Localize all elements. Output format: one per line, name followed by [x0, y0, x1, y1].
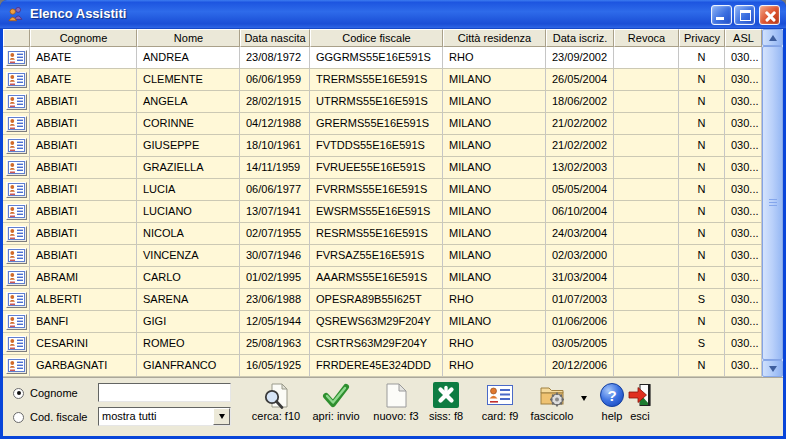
- radio-cognome-icon[interactable]: [13, 388, 24, 399]
- patient-card-icon[interactable]: [6, 138, 27, 154]
- table-row[interactable]: ALBERTISARENA23/06/1988OPESRA89B55I625TR…: [3, 289, 783, 311]
- patient-card-icon[interactable]: [6, 160, 27, 176]
- table-row[interactable]: ABATECLEMENTE06/06/1959TRERMS55E16E591SM…: [3, 69, 783, 91]
- table-row[interactable]: ABBIATIVINCENZA30/07/1946FVRSAZ55E16E591…: [3, 245, 783, 267]
- row-icon-cell: [3, 157, 30, 178]
- scroll-down-button[interactable]: [762, 360, 783, 377]
- esci-button[interactable]: esci: [620, 381, 660, 422]
- scroll-up-button[interactable]: [762, 29, 783, 46]
- cell: 18/06/2002: [546, 91, 614, 112]
- button-label: nuovo: f3: [373, 410, 418, 422]
- patient-card-icon[interactable]: [6, 116, 27, 132]
- patient-card-icon[interactable]: [6, 270, 27, 286]
- cell: VINCENZA: [137, 245, 240, 266]
- cell: RHO: [443, 47, 546, 68]
- cell: SARENA: [137, 289, 240, 310]
- button-label: card: f9: [482, 410, 519, 422]
- cerca-button[interactable]: cerca: f10: [244, 381, 308, 422]
- column-header-nome[interactable]: Nome: [137, 29, 240, 47]
- fascicolo-button[interactable]: fascicolo: [520, 381, 584, 422]
- cell: FRRDERE45E324DDD: [310, 355, 443, 376]
- column-header-codice-fiscale[interactable]: Codice fiscale: [310, 29, 443, 47]
- patient-card-icon[interactable]: [6, 292, 27, 308]
- search-input[interactable]: [98, 383, 231, 402]
- row-icon-cell: [3, 179, 30, 200]
- cell: ABBIATI: [30, 157, 137, 178]
- cell: 01/02/1995: [240, 267, 310, 288]
- new-document-icon: [384, 381, 408, 409]
- cell: RESRMS55E16E591S: [310, 223, 443, 244]
- search-page-icon: [263, 381, 289, 409]
- cell: MILANO: [443, 201, 546, 222]
- table-row[interactable]: ABBIATICORINNE04/12/1988GRERMS55E16E591S…: [3, 113, 783, 135]
- column-header-data-iscriz[interactable]: Data iscriz.: [546, 29, 614, 47]
- table-row[interactable]: CESARINIROMEO25/08/1963CSRTRS63M29F204YR…: [3, 333, 783, 355]
- cell: MILANO: [443, 223, 546, 244]
- cell: GRAZIELLA: [137, 157, 240, 178]
- cell: 03/05/2005: [546, 333, 614, 354]
- filter-selected-value: mostra tutti: [99, 408, 213, 425]
- cell: N: [679, 179, 725, 200]
- table-row[interactable]: ABBIATINICOLA02/07/1955RESRMS55E16E591SM…: [3, 223, 783, 245]
- cell: BANFI: [30, 311, 137, 332]
- column-header-cognome[interactable]: Cognome: [30, 29, 137, 47]
- cell: OPESRA89B55I625T: [310, 289, 443, 310]
- table-row[interactable]: ABATEANDREA23/08/1972GGGRMS55E16E591SRHO…: [3, 47, 783, 69]
- cell: N: [679, 201, 725, 222]
- column-header-revoca[interactable]: Revoca: [614, 29, 679, 47]
- apri-button[interactable]: apri: invio: [304, 381, 368, 422]
- table-row[interactable]: BANFIGIGI12/05/1944QSREWS63M29F204YMILAN…: [3, 311, 783, 333]
- cell: MILANO: [443, 69, 546, 90]
- titlebar[interactable]: Elenco Assistiti: [0, 0, 786, 29]
- cell: FVRUEE55E16E591S: [310, 157, 443, 178]
- cell: 30/07/1946: [240, 245, 310, 266]
- radio-cognome[interactable]: Cognome: [13, 383, 87, 403]
- cell: 12/05/1944: [240, 311, 310, 332]
- patient-card-icon[interactable]: [6, 204, 27, 220]
- table-row[interactable]: ABBIATIGIUSEPPE18/10/1961FVTDDS55E16E591…: [3, 135, 783, 157]
- column-header-citt-residenza[interactable]: Città residenza: [443, 29, 546, 47]
- table-row[interactable]: ABBIATIGRAZIELLA14/11/1959FVRUEE55E16E59…: [3, 157, 783, 179]
- table-row[interactable]: GARBAGNATIGIANFRANCO16/05/1925FRRDERE45E…: [3, 355, 783, 377]
- row-icon-cell: [3, 245, 30, 266]
- cell: NICOLA: [137, 223, 240, 244]
- maximize-button[interactable]: [734, 5, 755, 25]
- patient-card-icon[interactable]: [6, 50, 27, 66]
- row-icon-cell: [3, 69, 30, 90]
- patient-card-icon[interactable]: [6, 248, 27, 264]
- cell: MILANO: [443, 91, 546, 112]
- vertical-scrollbar[interactable]: [762, 29, 783, 377]
- cell: 030...: [725, 355, 762, 376]
- cell: [614, 333, 679, 354]
- table-row[interactable]: ABRAMICARLO01/02/1995AAARMS55E16E591SMIL…: [3, 267, 783, 289]
- table-row[interactable]: ABBIATIANGELA28/02/1915UTRRMS55E16E591SM…: [3, 91, 783, 113]
- button-label: apri: invio: [312, 410, 359, 422]
- column-header-asl[interactable]: ASL: [725, 29, 762, 47]
- combo-arrow-button[interactable]: [213, 408, 230, 425]
- close-button[interactable]: [759, 5, 780, 25]
- column-header-data-nascita[interactable]: Data nascita: [240, 29, 310, 47]
- scrollbar-thumb[interactable]: [762, 46, 783, 360]
- patient-card-icon[interactable]: [6, 358, 27, 374]
- cell: ABBIATI: [30, 91, 137, 112]
- patient-card-icon[interactable]: [6, 314, 27, 330]
- minimize-button[interactable]: [711, 5, 732, 25]
- column-header-privacy[interactable]: Privacy: [679, 29, 725, 47]
- cell: 31/03/2004: [546, 267, 614, 288]
- patient-card-icon[interactable]: [6, 226, 27, 242]
- fascicolo-dropdown-arrow[interactable]: [581, 396, 587, 401]
- patient-card-icon[interactable]: [6, 182, 27, 198]
- patient-card-icon[interactable]: [6, 72, 27, 88]
- table-row[interactable]: ABBIATILUCIA06/06/1977FVRRMS55E16E591SMI…: [3, 179, 783, 201]
- patient-card-icon[interactable]: [6, 94, 27, 110]
- table-row[interactable]: ABBIATILUCIANO13/07/1941EWSRMS55E16E591S…: [3, 201, 783, 223]
- radio-cod-fiscale[interactable]: Cod. fiscale: [13, 407, 87, 427]
- filter-select[interactable]: mostra tutti: [98, 407, 231, 426]
- cell: [614, 245, 679, 266]
- column-header-icon[interactable]: [3, 29, 30, 47]
- cell: ABBIATI: [30, 135, 137, 156]
- radio-cod-fiscale-icon[interactable]: [13, 412, 24, 423]
- cell: 14/11/1959: [240, 157, 310, 178]
- patient-card-icon[interactable]: [6, 336, 27, 352]
- cell: ANGELA: [137, 91, 240, 112]
